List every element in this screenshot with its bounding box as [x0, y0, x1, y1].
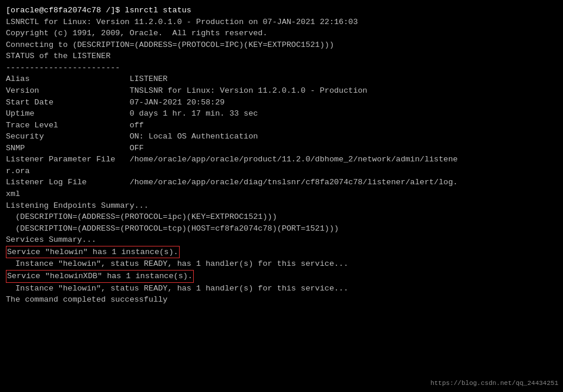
terminal-line: r.ora — [6, 165, 557, 177]
terminal-line: Services Summary... — [6, 234, 557, 246]
terminal-line: Trace Level off — [6, 120, 557, 131]
terminal-line: Listener Log File /home/oracle/app/oracl… — [6, 177, 557, 188]
terminal-line: Listener Parameter File /home/oracle/app… — [6, 154, 557, 165]
terminal: [oracle@cf8fa2074c78 /]$ lsnrctl status — [6, 5, 557, 16]
terminal-line: Instance "helowin", status READY, has 1 … — [6, 283, 557, 295]
terminal-line: STATUS of the LISTENER — [6, 50, 557, 62]
terminal-line: SNMP OFF — [6, 143, 557, 154]
terminal-line: Service "helowinXDB" has 1 instance(s). — [6, 270, 557, 283]
terminal-line: (DESCRIPTION=(ADDRESS=(PROTOCOL=ipc)(KEY… — [6, 211, 557, 223]
terminal-line: (DESCRIPTION=(ADDRESS=(PROTOCOL=tcp)(HOS… — [6, 223, 557, 235]
terminal-line: Alias LISTENER — [6, 73, 557, 85]
terminal-line: Copyright (c) 1991, 2009, Oracle. All ri… — [6, 28, 557, 39]
highlight-text: Service "helowinXDB" has 1 instance(s). — [6, 270, 194, 283]
terminal-line: LSNRCTL for Linux: Version 11.2.0.1.0 - … — [6, 16, 557, 28]
terminal-line: Connecting to (DESCRIPTION=(ADDRESS=(PRO… — [6, 39, 557, 51]
terminal-line: xml — [6, 188, 557, 200]
terminal-line: Service "helowin" has 1 instance(s). — [6, 246, 557, 259]
terminal-line: Start Date 07-JAN-2021 20:58:29 — [6, 97, 557, 109]
highlight-text: Service "helowin" has 1 instance(s). — [6, 246, 180, 259]
terminal-line: ------------------------ — [6, 62, 557, 74]
terminal-line: Security ON: Local OS Authentication — [6, 131, 557, 143]
terminal-line: Instance "helowin", status READY, has 1 … — [6, 258, 557, 270]
prompt-line: [oracle@cf8fa2074c78 /]$ lsnrctl status — [6, 5, 557, 16]
terminal-output: LSNRCTL for Linux: Version 11.2.0.1.0 - … — [6, 16, 557, 306]
watermark: https://blog.csdn.net/qq_24434251 — [430, 379, 558, 388]
terminal-line: Version TNSLSNR for Linux: Version 11.2.… — [6, 85, 557, 97]
terminal-line: Listening Endpoints Summary... — [6, 200, 557, 212]
terminal-line: The command completed successfully — [6, 294, 557, 306]
terminal-line: Uptime 0 days 1 hr. 17 min. 33 sec — [6, 108, 557, 120]
